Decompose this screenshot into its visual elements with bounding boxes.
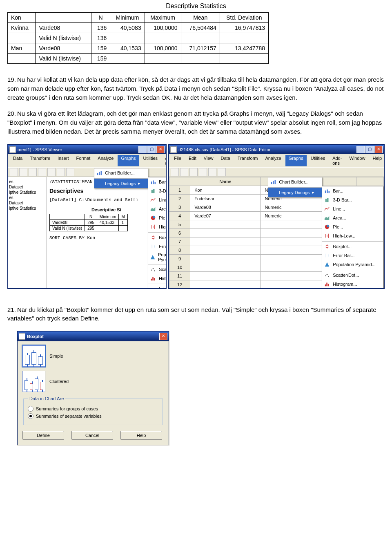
- close-button[interactable]: ✕: [159, 333, 167, 340]
- cell[interactable]: [261, 254, 323, 263]
- outline-item[interactable]: es: [9, 195, 46, 200]
- cell[interactable]: Kon: [190, 186, 261, 194]
- cell[interactable]: [261, 263, 323, 271]
- menu-scatter[interactable]: Scatter/Dot...: [148, 264, 167, 274]
- menu-3d-bar[interactable]: 3-D Bar...: [322, 195, 383, 204]
- define-button[interactable]: Define: [22, 431, 64, 440]
- menu-addons[interactable]: Add-ons: [162, 155, 167, 166]
- menu-3d-bar[interactable]: 3-D Bar...: [148, 186, 167, 195]
- toolbar-button[interactable]: [10, 168, 18, 176]
- cell[interactable]: [323, 289, 356, 289]
- menu-view[interactable]: View: [200, 155, 217, 166]
- menu-graphs[interactable]: Graphs: [285, 155, 307, 166]
- toolbar-button[interactable]: [66, 168, 74, 176]
- cell[interactable]: [190, 263, 261, 271]
- cell[interactable]: [190, 289, 261, 289]
- outline-item[interactable]: Dataset: [9, 201, 46, 205]
- radio-separate-variables[interactable]: Summaries of separate variables: [28, 413, 158, 419]
- menu-addons[interactable]: Add-ons: [329, 155, 345, 166]
- outline-item[interactable]: Dataset: [9, 185, 46, 189]
- menu-line[interactable]: Line...: [322, 204, 383, 213]
- menu-line[interactable]: Line...: [148, 195, 167, 204]
- cell[interactable]: [261, 280, 323, 289]
- maximize-button[interactable]: ▢: [147, 146, 156, 153]
- cell[interactable]: [261, 228, 323, 237]
- cell[interactable]: Varde07: [190, 211, 261, 220]
- menu-population-pyramid[interactable]: Population Pyramid...: [322, 260, 383, 269]
- outline-item[interactable]: es: [9, 179, 46, 184]
- cell[interactable]: [190, 271, 261, 280]
- menu-chart-builder[interactable]: Chart Builder...: [94, 168, 148, 177]
- cell[interactable]: [190, 237, 261, 246]
- menu-bar[interactable]: Bar...: [322, 186, 383, 195]
- menu-graphs[interactable]: Graphs: [118, 155, 139, 166]
- outline-item[interactable]: iptive Statistics: [9, 190, 46, 195]
- toolbar-button[interactable]: [29, 168, 37, 176]
- menu-pie[interactable]: Pie...: [148, 213, 167, 222]
- menu-insert[interactable]: Insert: [54, 155, 72, 166]
- cell[interactable]: [261, 271, 323, 280]
- toolbar-button[interactable]: [199, 168, 207, 176]
- menu-help[interactable]: Help: [370, 155, 385, 166]
- menu-area[interactable]: Area...: [322, 213, 383, 222]
- menu-area[interactable]: Area...: [148, 204, 167, 213]
- close-button[interactable]: ✕: [156, 146, 165, 153]
- minimize-button[interactable]: _: [356, 146, 365, 153]
- toolbar-button[interactable]: [171, 168, 179, 176]
- cell[interactable]: [190, 220, 261, 228]
- option-simple[interactable]: Simple: [22, 345, 164, 367]
- menu-error-bar[interactable]: Error Bar...: [148, 242, 167, 251]
- cell[interactable]: [356, 289, 384, 289]
- menu-error-bar[interactable]: Error Bar...: [322, 251, 383, 260]
- menu-utilities[interactable]: Utilities: [140, 155, 161, 166]
- cell[interactable]: [261, 237, 323, 246]
- menu-boxplot[interactable]: Boxplot...: [322, 241, 383, 251]
- toolbar-button[interactable]: [38, 168, 46, 176]
- menu-data[interactable]: Data: [10, 155, 26, 166]
- toolbar-button[interactable]: [57, 168, 65, 176]
- menu-transform[interactable]: Transform: [27, 155, 53, 166]
- cell[interactable]: Numeric: [261, 211, 323, 220]
- menu-file[interactable]: File: [171, 155, 185, 166]
- menu-data[interactable]: Data: [218, 155, 234, 166]
- menu-scatter[interactable]: Scatter/Dot...: [322, 270, 383, 280]
- cell[interactable]: Varde08: [190, 203, 261, 211]
- menu-transform[interactable]: Transform: [234, 155, 261, 166]
- menu-histogram[interactable]: Histogram...: [322, 280, 383, 289]
- toolbar-button[interactable]: [189, 168, 198, 176]
- menu-histogram[interactable]: Histogram...: [148, 274, 167, 283]
- toolbar-button[interactable]: [218, 168, 226, 176]
- toolbar-button[interactable]: [47, 168, 56, 176]
- cell[interactable]: [261, 289, 323, 289]
- menu-utilities[interactable]: Utilities: [307, 155, 328, 166]
- option-clustered[interactable]: Clustered: [22, 371, 164, 392]
- cell[interactable]: [190, 246, 261, 254]
- menu-pie[interactable]: Pie...: [322, 222, 383, 231]
- menu-window[interactable]: Window: [346, 155, 368, 166]
- toolbar-button[interactable]: [180, 168, 188, 176]
- cell[interactable]: [190, 280, 261, 289]
- cell[interactable]: [190, 228, 261, 237]
- minimize-button[interactable]: _: [138, 146, 147, 153]
- menu-chart-builder[interactable]: Chart Builder...: [268, 177, 322, 186]
- cell[interactable]: [261, 220, 323, 228]
- menu-high-low[interactable]: High-Low...: [322, 231, 383, 240]
- menu-legacy-dialogs[interactable]: Legacy Dialogs ▸: [94, 178, 148, 188]
- cell[interactable]: Fodelsear: [190, 194, 261, 203]
- cancel-button[interactable]: Cancel: [71, 431, 113, 440]
- menu-analyze[interactable]: Analyze: [262, 155, 284, 166]
- grid-row[interactable]: 13: [169, 289, 384, 289]
- help-button[interactable]: Help: [120, 431, 162, 440]
- radio-groups-of-cases[interactable]: Summaries for groups of cases: [28, 406, 158, 412]
- menu-format[interactable]: Format: [73, 155, 94, 166]
- toolbar-button[interactable]: [19, 168, 27, 176]
- menu-population-pyramid[interactable]: Population Pyramid...: [148, 251, 167, 263]
- menu-edit[interactable]: Edit: [185, 155, 200, 166]
- menu-legacy-dialogs[interactable]: Legacy Dialogs ▸: [268, 187, 322, 197]
- menu-high-low[interactable]: High-Low...: [148, 222, 167, 231]
- cell[interactable]: [261, 246, 323, 254]
- menu-analyze[interactable]: Analyze: [94, 155, 117, 166]
- toolbar-button[interactable]: [208, 168, 216, 176]
- maximize-button[interactable]: ▢: [365, 146, 374, 153]
- cell[interactable]: [190, 254, 261, 263]
